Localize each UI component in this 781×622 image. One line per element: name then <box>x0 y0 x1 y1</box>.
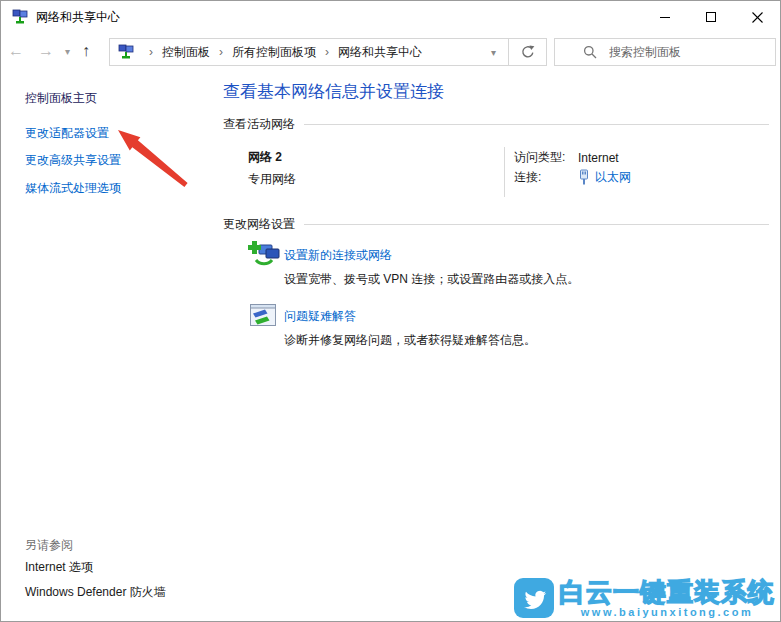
breadcrumb-separator-icon: › <box>140 45 162 59</box>
sidebar-item-media-streaming-options[interactable]: 媒体流式处理选项 <box>25 180 121 197</box>
address-bar[interactable]: › 控制面板 › 所有控制面板项 › 网络和共享中心 ▾ <box>109 38 547 66</box>
search-box[interactable] <box>554 38 776 66</box>
access-type-label: 访问类型: <box>514 149 578 166</box>
section-divider <box>304 124 769 125</box>
close-icon <box>752 12 763 23</box>
troubleshoot-problems-link[interactable]: 问题疑难解答 <box>284 308 356 325</box>
connection-row: 连接: 以太网 <box>514 169 631 186</box>
see-also-header: 另请参阅 <box>25 537 73 554</box>
page-title: 查看基本网络信息并设置连接 <box>223 80 444 103</box>
network-column-divider <box>504 147 505 197</box>
setup-new-connection-link[interactable]: 设置新的连接或网络 <box>284 247 392 264</box>
network-name: 网络 2 <box>248 149 282 166</box>
refresh-button[interactable] <box>508 38 546 66</box>
change-network-settings-section-header: 更改网络设置 <box>223 216 769 233</box>
refresh-icon <box>520 44 536 60</box>
close-button[interactable] <box>734 1 780 33</box>
access-type-value: Internet <box>578 151 619 165</box>
sidebar-item-change-advanced-sharing[interactable]: 更改高级共享设置 <box>25 152 121 169</box>
setup-new-connection-desc: 设置宽带、拨号或 VPN 连接；或设置路由器或接入点。 <box>284 271 579 288</box>
maximize-icon <box>706 12 716 22</box>
back-button[interactable]: ← <box>1 43 31 59</box>
watermark: 白云一键重装系统 www.baiyunxitong.com <box>514 578 775 618</box>
breadcrumb-separator-icon: › <box>210 45 232 59</box>
breadcrumb-network-sharing-center[interactable]: 网络和共享中心 <box>338 44 422 61</box>
network-sharing-center-window: 网络和共享中心 ← → ▾ ↑ › 控制面板 <box>0 0 781 622</box>
network-app-icon <box>12 9 28 25</box>
maximize-button[interactable] <box>688 1 734 33</box>
section-divider <box>304 224 769 225</box>
navigation-bar: ← → ▾ ↑ › 控制面板 › 所有控制面板项 › 网络和共享中心 ▾ <box>1 33 780 69</box>
search-input[interactable] <box>609 45 759 59</box>
breadcrumb-control-panel[interactable]: 控制面板 <box>162 44 210 61</box>
troubleshoot-problems-desc: 诊断并修复网络问题，或者获得疑难解答信息。 <box>284 332 536 349</box>
search-icon <box>583 45 597 59</box>
troubleshoot-icon <box>250 304 276 326</box>
watermark-title: 白云一键重装系统 <box>559 579 775 605</box>
active-networks-section-header: 查看活动网络 <box>223 116 769 133</box>
minimize-icon <box>660 17 670 18</box>
change-network-settings-label: 更改网络设置 <box>223 216 295 233</box>
minimize-button[interactable] <box>642 1 688 33</box>
sidebar-item-change-adapter-settings[interactable]: 更改适配器设置 <box>25 125 109 142</box>
ethernet-plug-icon <box>578 169 590 186</box>
network-profile: 专用网络 <box>248 171 296 188</box>
history-dropdown-icon[interactable]: ▾ <box>61 46 74 57</box>
breadcrumb-separator-icon: › <box>316 45 338 59</box>
sidebar-item-control-panel-home[interactable]: 控制面板主页 <box>25 90 97 107</box>
access-type-row: 访问类型: Internet <box>514 149 619 166</box>
address-network-icon <box>118 44 134 60</box>
sidebar-item-internet-options[interactable]: Internet 选项 <box>25 559 93 576</box>
breadcrumb-all-items[interactable]: 所有控制面板项 <box>232 44 316 61</box>
title-bar: 网络和共享中心 <box>1 1 780 33</box>
watermark-url: www.baiyunxitong.com <box>581 606 753 618</box>
forward-button[interactable]: → <box>31 43 61 59</box>
address-dropdown-icon[interactable]: ▾ <box>479 47 508 58</box>
up-button[interactable]: ↑ <box>74 43 98 59</box>
bird-logo-icon <box>514 578 554 618</box>
sidebar-item-windows-defender-firewall[interactable]: Windows Defender 防火墙 <box>25 584 166 601</box>
window-title: 网络和共享中心 <box>36 9 120 26</box>
connection-label: 连接: <box>514 169 578 186</box>
ethernet-link[interactable]: 以太网 <box>595 169 631 186</box>
active-networks-label: 查看活动网络 <box>223 116 295 133</box>
new-connection-icon <box>248 241 280 269</box>
